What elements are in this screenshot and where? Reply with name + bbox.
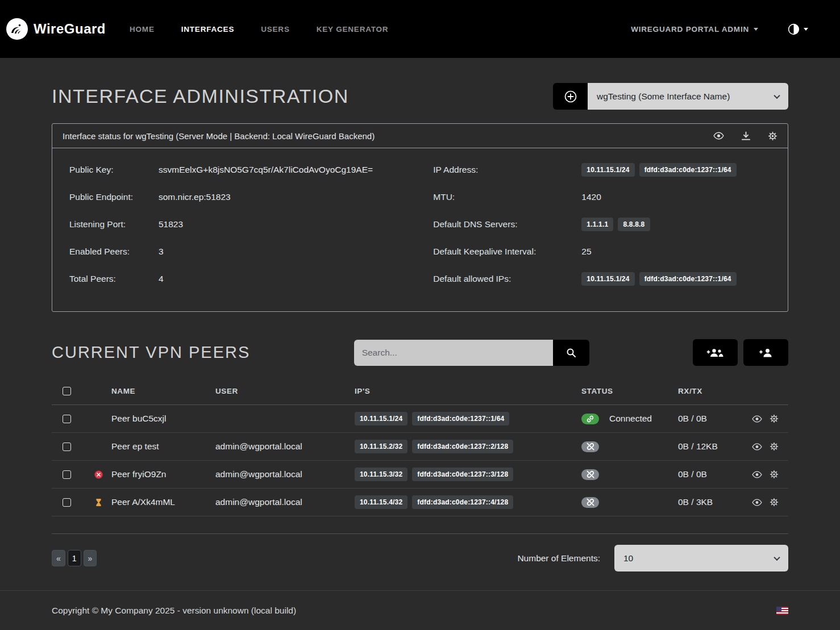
search-button[interactable] bbox=[553, 340, 589, 366]
field-value: 4 bbox=[159, 274, 164, 284]
peer-disabled-icon bbox=[94, 470, 103, 479]
status-row: IP Address:10.11.15.1/24fdfd:d3ad:c0de:1… bbox=[433, 156, 788, 183]
add-interface-button[interactable] bbox=[553, 83, 588, 110]
peer-rxtx: 0B / 0B bbox=[678, 469, 754, 479]
peer-status bbox=[581, 441, 678, 452]
col-header-name: NAME bbox=[111, 387, 215, 395]
select-all-checkbox[interactable] bbox=[63, 387, 71, 395]
peer-user: admin@wgportal.local bbox=[215, 441, 355, 452]
col-header-user: USER bbox=[215, 387, 355, 395]
peer-ips: 10.11.15.3/32fdfd:d3ad:c0de:1237::3/128 bbox=[355, 468, 581, 481]
view-peer-eye-icon[interactable] bbox=[752, 415, 762, 423]
field-value: 10.11.15.1/24fdfd:d3ad:c0de:1237::1/64 bbox=[581, 163, 736, 177]
view-peer-eye-icon[interactable] bbox=[752, 443, 762, 450]
chevron-down-icon bbox=[774, 554, 780, 560]
page-title: INTERFACE ADMINISTRATION bbox=[52, 85, 349, 107]
edit-interface-gear-icon[interactable] bbox=[768, 131, 777, 141]
interface-picker: wgTesting (Some Interface Name) bbox=[553, 83, 788, 110]
page-size-select[interactable]: 10 bbox=[614, 545, 788, 571]
ip-badge: 10.11.15.3/32 bbox=[355, 468, 407, 481]
row-checkbox[interactable] bbox=[63, 498, 71, 507]
search-group bbox=[354, 340, 589, 366]
peer-row: Peer fryiO9Zn admin@wgportal.local 10.11… bbox=[52, 461, 788, 489]
theme-toggle[interactable] bbox=[788, 23, 808, 35]
copyright-text: Copyright © My Company 2025 - version un… bbox=[52, 606, 296, 616]
value-badge: 1.1.1.1 bbox=[581, 218, 613, 231]
value-badge: 8.8.8.8 bbox=[618, 218, 650, 231]
add-peer-button[interactable] bbox=[743, 339, 788, 366]
ip-badge: fdfd:d3ad:c0de:1237::3/128 bbox=[412, 468, 513, 481]
peer-user: admin@wgportal.local bbox=[215, 469, 355, 479]
disconnected-link-slash-icon bbox=[581, 497, 599, 508]
field-label: Enabled Peers: bbox=[69, 247, 159, 257]
edit-peer-gear-icon[interactable] bbox=[770, 470, 779, 479]
view-peer-eye-icon[interactable] bbox=[752, 499, 762, 506]
add-multiple-peers-button[interactable] bbox=[693, 339, 738, 366]
plus-circle-icon bbox=[564, 90, 577, 103]
interface-select[interactable]: wgTesting (Some Interface Name) bbox=[588, 83, 788, 110]
field-label: Default allowed IPs: bbox=[433, 274, 581, 284]
value-badge: 10.11.15.1/24 bbox=[581, 272, 634, 286]
pagination-prev[interactable]: « bbox=[52, 550, 65, 566]
caret-down-icon bbox=[754, 28, 758, 31]
row-checkbox[interactable] bbox=[63, 443, 71, 451]
wireguard-logo-icon bbox=[6, 18, 28, 40]
theme-contrast-icon bbox=[788, 23, 800, 35]
status-row: Default allowed IPs:10.11.15.1/24fdfd:d3… bbox=[433, 265, 788, 293]
status-row: Default Keepalive Interval:25 bbox=[433, 238, 788, 265]
edit-peer-gear-icon[interactable] bbox=[770, 498, 779, 507]
status-right-column: IP Address:10.11.15.1/24fdfd:d3ad:c0de:1… bbox=[433, 156, 788, 293]
download-config-icon[interactable] bbox=[741, 131, 751, 141]
nav-item-users[interactable]: USERS bbox=[261, 25, 290, 34]
pagination-next[interactable]: » bbox=[84, 550, 97, 566]
col-header-rxtx: RX/TX bbox=[678, 387, 754, 395]
caret-down-icon bbox=[804, 28, 808, 31]
status-row: Public Endpoint:som.nicr.ep:51823 bbox=[69, 183, 433, 211]
ip-badge: fdfd:d3ad:c0de:1237::1/64 bbox=[412, 412, 509, 425]
value-badge: fdfd:d3ad:c0de:1237::1/64 bbox=[639, 163, 737, 177]
peers-table: NAME USER IP'S STATUS RX/TX Peer buC5cxj… bbox=[52, 378, 788, 534]
connected-link-icon bbox=[581, 414, 599, 424]
field-label: MTU: bbox=[433, 192, 581, 202]
row-checkbox[interactable] bbox=[63, 415, 71, 423]
peer-rxtx: 0B / 3KB bbox=[678, 497, 754, 507]
nav-list: HOMEINTERFACESUSERSKEY GENERATOR bbox=[130, 25, 388, 34]
us-flag-icon[interactable] bbox=[776, 607, 788, 615]
col-header-ips: IP'S bbox=[355, 387, 581, 395]
nav-item-home[interactable]: HOME bbox=[130, 25, 155, 34]
view-config-icon[interactable] bbox=[713, 132, 724, 140]
ip-badge: 10.11.15.2/32 bbox=[355, 440, 407, 453]
ip-badge: fdfd:d3ad:c0de:1237::2/128 bbox=[412, 440, 513, 453]
peer-rxtx: 0B / 12KB bbox=[678, 441, 754, 452]
add-user-icon bbox=[759, 348, 774, 358]
peer-name: Peer buC5cxjl bbox=[111, 414, 215, 424]
status-row: MTU:1420 bbox=[433, 183, 788, 211]
peers-title: CURRENT VPN PEERS bbox=[52, 343, 250, 362]
status-row: Total Peers:4 bbox=[69, 265, 433, 293]
row-checkbox[interactable] bbox=[63, 470, 71, 479]
peer-ips: 10.11.15.2/32fdfd:d3ad:c0de:1237::2/128 bbox=[355, 440, 581, 453]
brand[interactable]: WireGuard bbox=[6, 18, 106, 40]
value-badge: fdfd:d3ad:c0de:1237::1/64 bbox=[639, 272, 737, 286]
peer-row: Peer buC5cxjl 10.11.15.1/24fdfd:d3ad:c0d… bbox=[52, 405, 788, 433]
field-label: Total Peers: bbox=[69, 274, 159, 284]
status-row: Public Key:ssvmEelxG+k8jsNO5G7cq5r/Ak7li… bbox=[69, 156, 433, 183]
add-users-icon bbox=[706, 348, 724, 358]
peer-name: Peer ep test bbox=[111, 441, 215, 452]
view-peer-eye-icon[interactable] bbox=[752, 471, 762, 478]
pagination-page-1[interactable]: 1 bbox=[68, 550, 81, 566]
ip-badge: 10.11.15.4/32 bbox=[355, 495, 407, 509]
field-value: 1420 bbox=[581, 192, 601, 202]
user-menu[interactable]: WIREGUARD PORTAL ADMIN bbox=[631, 25, 758, 34]
brand-text: WireGuard bbox=[34, 21, 106, 37]
disconnected-link-slash-icon bbox=[581, 469, 599, 480]
nav-item-interfaces[interactable]: INTERFACES bbox=[181, 25, 235, 34]
search-input[interactable] bbox=[354, 340, 553, 366]
field-value: som.nicr.ep:51823 bbox=[159, 192, 231, 202]
edit-peer-gear-icon[interactable] bbox=[770, 442, 779, 451]
edit-peer-gear-icon[interactable] bbox=[770, 414, 779, 423]
nav-item-key-generator[interactable]: KEY GENERATOR bbox=[317, 25, 389, 34]
status-label: Connected bbox=[609, 414, 652, 424]
peer-user: admin@wgportal.local bbox=[215, 497, 355, 507]
field-value: 3 bbox=[159, 247, 164, 257]
